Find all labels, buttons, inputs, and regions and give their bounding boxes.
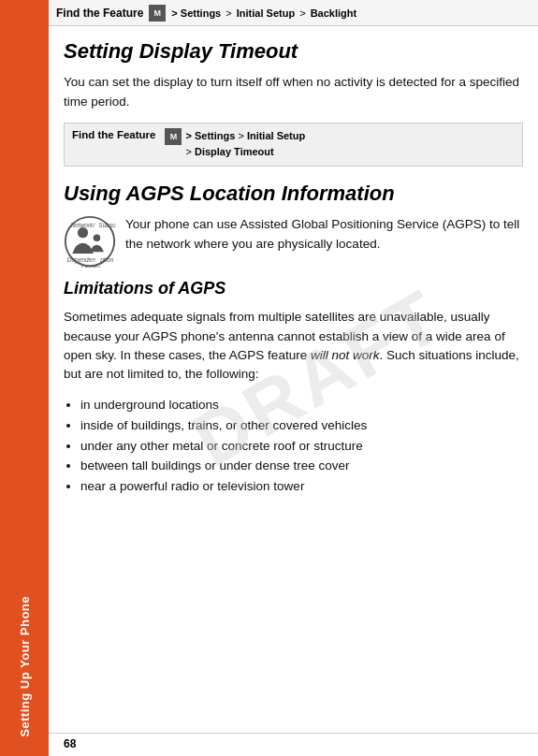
- bullet-list: in underground locationsinside of buildi…: [80, 395, 523, 496]
- svg-text:Network/: Network/: [70, 223, 95, 229]
- svg-point-1: [78, 228, 88, 239]
- network-icon-container: Network/ Subscri ption Dependen t Featu …: [64, 215, 523, 268]
- find-feature-label-2: Find the Feature: [72, 128, 155, 140]
- topbar-path-backlight: Backlight: [311, 7, 357, 19]
- ff2-initial: Initial Setup: [247, 130, 305, 141]
- topbar-path-settings: > Settings: [171, 7, 221, 19]
- find-feature-path-2: > Settings > Initial Setup > Display Tim…: [185, 128, 305, 161]
- limitations-intro-text: Sometimes adequate signals from multiple…: [64, 310, 519, 381]
- topbar-path: > Settings > Initial Setup > Backlight: [171, 7, 356, 19]
- svg-point-2: [94, 235, 100, 241]
- section2-title: Using AGPS Location Information: [64, 182, 523, 206]
- page-number: 68: [49, 733, 538, 756]
- limitations-intro: Sometimes adequate signals from multiple…: [64, 308, 523, 384]
- topbar-arrow2: >: [299, 7, 308, 19]
- section2-body: Your phone can use Assisted Global Posit…: [125, 215, 523, 254]
- top-bar: Find the Feature M > Settings > Initial …: [49, 0, 538, 26]
- topbar-arrow1: >: [225, 7, 234, 19]
- ff2-arrow2: >: [185, 146, 194, 157]
- section1-body: You can set the display to turn itself o…: [64, 73, 523, 111]
- menu-icon: M: [149, 5, 166, 22]
- limitations-title: Limitations of AGPS: [64, 279, 523, 298]
- list-item: under any other metal or concrete roof o…: [80, 436, 523, 457]
- ff2-display: Display Timeout: [195, 146, 274, 157]
- find-feature-icon-2: M: [165, 128, 182, 145]
- list-item: inside of buildings, trains, or other co…: [80, 415, 523, 436]
- find-feature-box-2: Find the Feature M > Settings > Initial …: [64, 123, 523, 167]
- page-body: Setting Display Timeout You can set the …: [49, 26, 538, 733]
- list-item: near a powerful radio or television towe…: [80, 476, 523, 497]
- main-content: Find the Feature M > Settings > Initial …: [49, 0, 538, 756]
- sidebar: Setting Up Your Phone: [0, 0, 49, 756]
- svg-text:Subscri: Subscri: [98, 223, 116, 229]
- topbar-label: Find the Feature: [56, 7, 143, 20]
- sidebar-label: Setting Up Your Phone: [18, 596, 32, 737]
- ff2-settings: > Settings: [185, 130, 235, 141]
- topbar-path-initial-setup: Initial Setup: [237, 7, 295, 19]
- list-item: in underground locations: [80, 395, 523, 415]
- list-item: between tall buildings or under dense tr…: [80, 456, 523, 476]
- svg-text:t Featu: t Featu: [81, 264, 101, 268]
- ff2-arrow1: >: [238, 130, 246, 141]
- svg-text:ption: ption: [99, 257, 114, 265]
- network-badge: Network/ Subscri ption Dependen t Featu: [64, 215, 116, 268]
- section1-title: Setting Display Timeout: [64, 39, 523, 64]
